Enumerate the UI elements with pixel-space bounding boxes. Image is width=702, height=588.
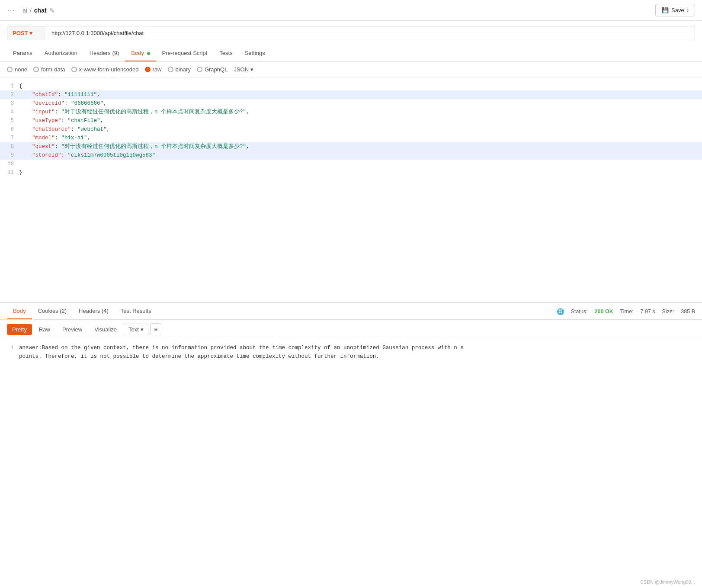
status-value: 200 OK: [595, 308, 613, 315]
text-format-select[interactable]: Text ▾: [124, 324, 148, 335]
json-format-select[interactable]: JSON ▾: [234, 66, 253, 73]
time-value: 7.97 s: [640, 308, 655, 315]
rfmt-visualize[interactable]: Visualize: [89, 324, 122, 335]
code-line-1: 1 {: [0, 82, 702, 90]
status-bar: 🌐 Status: 200 OK Time: 7.97 s Size: 385 …: [557, 308, 695, 315]
time-text: Time:: [620, 308, 634, 315]
status-text: Status:: [571, 308, 588, 315]
breadcrumb-chat: chat: [34, 7, 47, 14]
code-line-11: 11 }: [0, 168, 702, 177]
resp-line-1: 1 answer:Based on the given context, the…: [0, 344, 702, 352]
response-section: Body Cookies (2) Headers (4) Test Result…: [0, 302, 702, 365]
tab-body[interactable]: Body: [125, 45, 156, 61]
option-graphql[interactable]: GraphQL: [197, 66, 228, 73]
code-line-9: 9 "storeId": "clks11m7w0005ti0g1q0wg583": [0, 151, 702, 160]
top-bar: ⋯ ai / chat ✎ 💾 Save ›: [0, 0, 702, 21]
option-urlencoded[interactable]: x-www-form-urlencoded: [71, 66, 139, 73]
text-format-chevron-icon: ▾: [141, 326, 144, 333]
response-tabs-bar: Body Cookies (2) Headers (4) Test Result…: [0, 303, 702, 320]
option-none[interactable]: none: [7, 66, 27, 73]
method-select[interactable]: POST ▾: [7, 26, 46, 40]
code-line-7: 7 "model": "hix-ai",: [0, 134, 702, 142]
wrap-icon-button[interactable]: ≡: [150, 323, 161, 335]
tab-params[interactable]: Params: [7, 45, 38, 61]
url-bar: POST ▾: [7, 26, 695, 40]
btab-test-results[interactable]: Test Results: [115, 303, 157, 319]
top-bar-actions: 💾 Save ›: [655, 4, 695, 16]
save-chevron-icon: ›: [687, 7, 689, 13]
save-label: Save: [671, 7, 684, 13]
resp-line-2: points. Therefore, it is not possible to…: [0, 352, 702, 361]
code-line-2: 2 "chatId": "11111111",: [0, 90, 702, 99]
btab-cookies[interactable]: Cookies (2): [32, 303, 73, 319]
tab-settings[interactable]: Settings: [239, 45, 271, 61]
radio-raw: [145, 67, 151, 72]
tab-authorization[interactable]: Authorization: [38, 45, 83, 61]
tab-tests[interactable]: Tests: [213, 45, 238, 61]
code-line-5: 5 "useType": "chatFile",: [0, 116, 702, 125]
wrap-icon: ≡: [154, 326, 157, 333]
menu-dots-icon[interactable]: ⋯: [7, 6, 15, 15]
option-form-data[interactable]: form-data: [33, 66, 65, 73]
btab-body[interactable]: Body: [7, 303, 32, 319]
rfmt-pretty[interactable]: Pretty: [7, 324, 32, 335]
url-input[interactable]: [46, 26, 695, 40]
response-format-bar: Pretty Raw Preview Visualize Text ▾ ≡: [0, 320, 702, 339]
tab-headers[interactable]: Headers (9): [83, 45, 125, 61]
body-options: none form-data x-www-form-urlencoded raw…: [0, 62, 702, 77]
method-label: POST: [13, 30, 28, 36]
breadcrumb-area: ⋯ ai / chat ✎: [7, 6, 54, 15]
breadcrumb-separator: /: [30, 7, 32, 14]
body-dot-indicator: [147, 52, 150, 55]
option-binary[interactable]: binary: [168, 66, 191, 73]
size-value: 385 B: [681, 308, 695, 315]
breadcrumb-ai: ai: [22, 7, 27, 14]
response-body: 1 answer:Based on the given context, the…: [0, 339, 702, 365]
tab-pre-request-script[interactable]: Pre-request Script: [156, 45, 214, 61]
edit-icon[interactable]: ✎: [49, 7, 54, 14]
rfmt-preview[interactable]: Preview: [57, 324, 87, 335]
btab-headers[interactable]: Headers (4): [73, 303, 115, 319]
save-icon: 💾: [662, 7, 669, 13]
code-line-10: 10: [0, 160, 702, 168]
option-raw[interactable]: raw: [145, 66, 162, 73]
response-tabs-left: Body Cookies (2) Headers (4) Test Result…: [7, 303, 157, 319]
radio-graphql: [197, 67, 202, 72]
code-line-8: 8 "quest": "对于没有经过任何优化的高斯过程，n 个样本点时间复杂度大…: [0, 142, 702, 151]
radio-urlencoded: [71, 67, 77, 72]
json-chevron-icon: ▾: [250, 66, 253, 73]
rfmt-raw[interactable]: Raw: [34, 324, 55, 335]
code-line-6: 6 "chatSource": "webchat",: [0, 125, 702, 134]
code-line-3: 3 "deviceId": "66666666",: [0, 99, 702, 108]
save-button[interactable]: 💾 Save ›: [655, 4, 695, 16]
request-tabs: Params Authorization Headers (9) Body Pr…: [0, 45, 702, 62]
code-editor[interactable]: 1 { 2 "chatId": "11111111", 3 "deviceId"…: [0, 77, 702, 302]
method-chevron-icon: ▾: [29, 30, 32, 36]
globe-icon: 🌐: [557, 308, 564, 315]
radio-none: [7, 67, 13, 72]
code-line-4: 4 "input": "对于没有经过任何优化的高斯过程，n 个样本点时间复杂度大…: [0, 108, 702, 116]
size-text: Size:: [662, 308, 674, 315]
radio-form-data: [33, 67, 39, 72]
radio-binary: [168, 67, 173, 72]
